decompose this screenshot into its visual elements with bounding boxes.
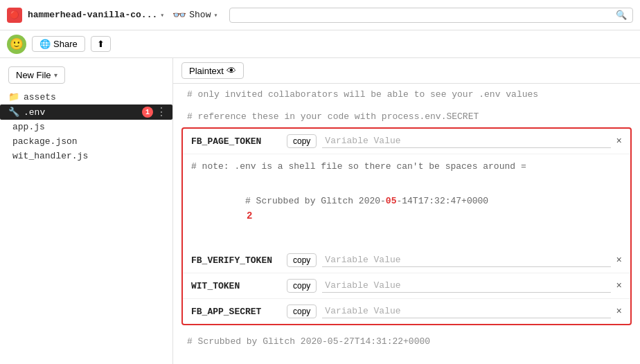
env-key: FB_VERIFY_TOKEN: [191, 255, 281, 266]
sidebar-item-assets[interactable]: 📁 assets: [0, 89, 172, 104]
note-line-2: # Scrubbed by Glitch 2020-05-14T17:32:47…: [191, 180, 622, 243]
note-line-1: # note: .env is a shell file so there ca…: [191, 160, 622, 174]
env-key: FB_PAGE_TOKEN: [191, 136, 281, 147]
top-bar: 🔴 hammerhead-vanilla-co... ▾ 👓 Show ▾ 🔍: [0, 0, 640, 30]
more-options-icon[interactable]: ⋮: [156, 105, 167, 119]
app-logo: 🔴: [7, 8, 22, 23]
badge: 1: [142, 107, 153, 118]
env-key: WIT_TOKEN: [191, 281, 281, 291]
plaintext-button[interactable]: Plaintext 👁: [181, 62, 244, 79]
env-row-fb-app-secret: FB_APP_SECRET copy Variable Value ×: [183, 299, 630, 324]
copy-button[interactable]: copy: [287, 253, 317, 267]
close-icon[interactable]: ×: [616, 306, 622, 317]
env-value-input[interactable]: Variable Value: [322, 134, 610, 148]
plaintext-label: Plaintext: [189, 66, 224, 76]
project-chevron-icon: ▾: [160, 11, 164, 19]
sidebar-item-label: package.json: [12, 136, 78, 147]
eye-icon: 👁: [226, 65, 236, 76]
sidebar-item-label: assets: [24, 92, 56, 102]
share-button[interactable]: 🌐 Share: [32, 36, 85, 52]
sidebar-item-env[interactable]: 🔧 .env 1 ⋮: [0, 104, 172, 120]
env-row-fb-verify-token: FB_VERIFY_TOKEN copy Variable Value ×: [183, 248, 630, 273]
env-file-icon: 🔧: [8, 107, 19, 118]
sidebar-item-withandlerjs[interactable]: wit_handler.js: [0, 149, 172, 163]
sidebar-item-label: app.js: [12, 122, 45, 132]
code-line-2: # reference these in your code with proc…: [173, 106, 640, 128]
logo-icon: 🔴: [10, 10, 19, 19]
upload-icon: ⬆: [97, 39, 105, 49]
note-block: # note: .env is a shell file so there ca…: [183, 154, 630, 248]
env-panel: FB_PAGE_TOKEN copy Variable Value × # no…: [181, 127, 632, 325]
sidebar: New File ▾ 📁 assets 🔧 .env 1 ⋮ app.js pa…: [0, 58, 173, 364]
new-file-button[interactable]: New File ▾: [8, 66, 65, 84]
editor-area: Plaintext 👁 # only invited collaborators…: [173, 58, 640, 364]
editor-toolbar: Plaintext 👁: [173, 58, 640, 84]
search-icon: 🔍: [616, 10, 627, 21]
code-line-1: # only invited collaborators will be abl…: [173, 84, 640, 106]
sidebar-item-packagejson[interactable]: package.json: [0, 134, 172, 149]
env-value-input[interactable]: Variable Value: [322, 279, 610, 293]
project-name[interactable]: hammerhead-vanilla-co... ▾: [28, 10, 164, 20]
marker-2: 05: [386, 196, 397, 206]
env-value-input[interactable]: Variable Value: [322, 304, 610, 318]
copy-button[interactable]: copy: [287, 134, 317, 148]
sidebar-item-appjs[interactable]: app.js: [0, 120, 172, 134]
new-file-label: New File: [16, 70, 51, 80]
copy-button[interactable]: copy: [287, 279, 317, 293]
globe-icon: 🌐: [39, 39, 51, 49]
sidebar-item-label: wit_handler.js: [12, 151, 88, 161]
close-icon[interactable]: ×: [616, 255, 622, 266]
env-row-fb-page-token: FB_PAGE_TOKEN copy Variable Value ×: [183, 129, 630, 154]
glasses-icon: 👓: [172, 8, 186, 22]
upload-button[interactable]: ⬆: [91, 36, 111, 52]
search-input[interactable]: [235, 10, 616, 20]
copy-button[interactable]: copy: [287, 304, 317, 318]
show-menu[interactable]: 👓 Show ▾: [172, 8, 217, 22]
env-key: FB_APP_SECRET: [191, 307, 281, 317]
new-file-chevron-icon: ▾: [54, 71, 57, 79]
close-icon[interactable]: ×: [616, 280, 622, 291]
show-label: Show: [189, 10, 211, 20]
avatar: 🙂: [7, 35, 26, 54]
close-icon[interactable]: ×: [616, 136, 622, 147]
show-chevron-icon: ▾: [213, 11, 217, 19]
code-line-bottom: # Scrubbed by Glitch 2020-05-27T14:31:22…: [173, 331, 640, 353]
project-name-text: hammerhead-vanilla-co...: [28, 10, 157, 20]
search-bar[interactable]: 🔍: [229, 8, 633, 23]
share-label: Share: [53, 39, 78, 49]
second-bar: 🙂 🌐 Share ⬆: [0, 30, 640, 58]
folder-icon: 📁: [8, 91, 19, 102]
main-layout: New File ▾ 📁 assets 🔧 .env 1 ⋮ app.js pa…: [0, 58, 640, 364]
sidebar-item-label: .env: [24, 107, 45, 118]
env-row-wit-token: WIT_TOKEN copy Variable Value ×: [183, 273, 630, 299]
env-value-input[interactable]: Variable Value: [322, 253, 610, 267]
